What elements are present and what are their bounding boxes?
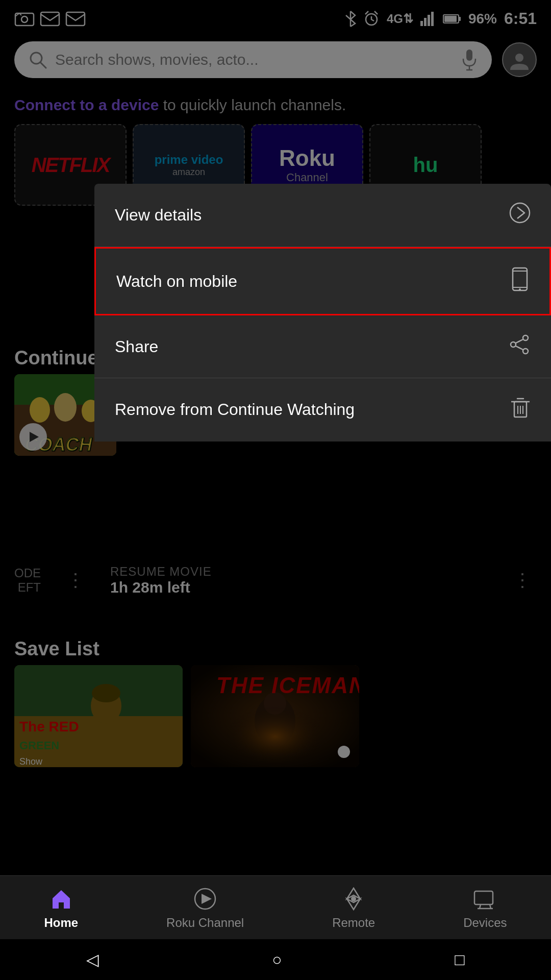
home-label: Home bbox=[44, 916, 78, 930]
view-details-label: View details bbox=[115, 206, 202, 225]
roku-channel-label: Roku Channel bbox=[166, 916, 244, 930]
devices-label: Devices bbox=[463, 916, 507, 930]
share-label: Share bbox=[115, 337, 158, 356]
menu-item-share[interactable]: Share bbox=[94, 315, 551, 378]
svg-point-41 bbox=[519, 288, 521, 290]
trash-icon bbox=[510, 397, 531, 423]
svg-point-37 bbox=[510, 203, 530, 223]
home-icon bbox=[48, 886, 74, 912]
svg-line-45 bbox=[516, 339, 523, 343]
overlay-backdrop[interactable] bbox=[0, 0, 551, 980]
svg-point-43 bbox=[523, 349, 528, 354]
watch-mobile-label: Watch on mobile bbox=[116, 272, 237, 291]
svg-line-46 bbox=[516, 346, 523, 350]
menu-item-remove[interactable]: Remove from Continue Watching bbox=[94, 378, 551, 442]
home-button[interactable]: ○ bbox=[272, 950, 282, 969]
nav-item-roku-channel[interactable]: Roku Channel bbox=[166, 886, 244, 930]
devices-icon bbox=[472, 886, 498, 912]
context-menu: View details Watch on mobile Share bbox=[94, 184, 551, 442]
svg-point-44 bbox=[511, 342, 516, 347]
remote-icon bbox=[341, 886, 366, 912]
remove-label: Remove from Continue Watching bbox=[115, 399, 355, 421]
recents-button[interactable]: □ bbox=[455, 950, 464, 969]
bottom-nav: Home Roku Channel Remote Devices bbox=[0, 875, 551, 939]
svg-rect-54 bbox=[474, 891, 493, 904]
nav-item-devices[interactable]: Devices bbox=[463, 886, 507, 930]
remote-label: Remote bbox=[332, 916, 375, 930]
menu-item-view-details[interactable]: View details bbox=[94, 184, 551, 247]
nav-item-home[interactable]: Home bbox=[44, 886, 78, 930]
svg-point-42 bbox=[523, 335, 528, 340]
back-button[interactable]: ◁ bbox=[86, 950, 99, 969]
svg-point-53 bbox=[351, 896, 356, 901]
nav-item-remote[interactable]: Remote bbox=[332, 886, 375, 930]
mobile-phone-icon bbox=[511, 267, 529, 296]
share-icon bbox=[509, 334, 531, 359]
roku-channel-icon bbox=[192, 886, 218, 912]
menu-item-watch-mobile[interactable]: Watch on mobile bbox=[94, 247, 551, 315]
android-nav-bar: ◁ ○ □ bbox=[0, 939, 551, 980]
view-details-icon bbox=[509, 202, 531, 228]
